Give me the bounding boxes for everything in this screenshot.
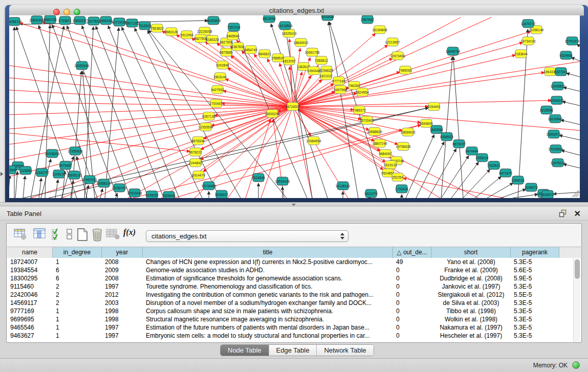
- cell-name[interactable]: 9463627: [7, 332, 53, 340]
- memory-ok-indicator[interactable]: [572, 361, 580, 369]
- cell-name[interactable]: 22420046: [7, 291, 53, 299]
- table-settings-icon[interactable]: [14, 228, 27, 240]
- cell-out-de-[interactable]: 49: [393, 258, 431, 266]
- cell-in-degree[interactable]: 6: [53, 266, 102, 274]
- cell-out-de-[interactable]: 0: [393, 315, 431, 323]
- cell-name[interactable]: 18300295: [7, 274, 53, 282]
- cell-short[interactable]: Yano et al. (2008): [431, 258, 511, 266]
- select-all-check-icon[interactable]: [51, 228, 62, 241]
- delete-table-icon[interactable]: [91, 228, 103, 242]
- cell-name[interactable]: 14569117: [7, 299, 53, 307]
- network-canvas[interactable]: 1872400722226058882750881863289827508946…: [0, 0, 588, 204]
- cell-title[interactable]: Investigating the contribution of common…: [143, 291, 393, 299]
- cell-in-degree[interactable]: 1: [53, 323, 102, 332]
- cell-in-degree[interactable]: 2: [53, 299, 102, 307]
- cell-year[interactable]: 1997: [102, 282, 143, 291]
- table-row[interactable]: 911546021997Tourette syndrome. Phenomeno…: [7, 282, 581, 291]
- cell-year[interactable]: 1998: [102, 307, 143, 315]
- table-row[interactable]: 1938455462009Genome-wide association stu…: [7, 266, 581, 274]
- cell-title[interactable]: Disruption of a novel member of a sodium…: [143, 299, 393, 307]
- cell-short[interactable]: Wolkin et al. (1998): [431, 315, 511, 323]
- select-columns-icon[interactable]: [33, 228, 47, 240]
- cell-short[interactable]: Jankovic et al. (1997): [431, 282, 511, 291]
- tab-network-table[interactable]: Network Table: [317, 345, 373, 356]
- column-header-in-degree[interactable]: in_degree: [53, 247, 102, 258]
- cell-in-degree[interactable]: 2: [53, 291, 102, 299]
- cell-in-degree[interactable]: 1: [53, 258, 102, 266]
- column-header-year[interactable]: year: [102, 247, 143, 258]
- cell-out-de-[interactable]: 0: [393, 282, 431, 291]
- cell-title[interactable]: Corpus callosum shape and size in male p…: [143, 307, 393, 315]
- cell-year[interactable]: 1997: [102, 323, 143, 332]
- cell-short[interactable]: Nakamura et al. (1997): [431, 323, 511, 332]
- float-panel-icon[interactable]: [559, 209, 568, 218]
- cell-name[interactable]: 9115460: [7, 282, 53, 291]
- cell-pagerank[interactable]: 5.3E-5: [511, 315, 559, 323]
- column-header-title[interactable]: title: [143, 247, 393, 258]
- scrollbar-thumb[interactable]: [575, 259, 580, 279]
- cell-short[interactable]: Dudbridge et al. (2008): [431, 274, 511, 282]
- table-row[interactable]: 977716911998Corpus callosum shape and si…: [7, 307, 581, 315]
- cell-year[interactable]: 2003: [102, 299, 143, 307]
- new-table-icon[interactable]: [76, 228, 89, 242]
- table-row[interactable]: 1872400712008Changes of HCN gene express…: [7, 258, 581, 266]
- left-panel-collapse-arrow[interactable]: [1, 172, 3, 176]
- cell-out-de-[interactable]: 0: [393, 323, 431, 332]
- row-height-icon[interactable]: [66, 228, 73, 241]
- cell-in-degree[interactable]: 6: [53, 274, 102, 282]
- cell-name[interactable]: 9699695: [7, 315, 53, 323]
- cell-pagerank[interactable]: 5.5E-5: [511, 291, 559, 299]
- cell-out-de-[interactable]: 0: [393, 299, 431, 307]
- column-header-pagerank[interactable]: pagerank: [511, 247, 559, 258]
- cell-title[interactable]: Tourette syndrome. Phenomenology and cla…: [143, 282, 393, 291]
- table-row[interactable]: 1830029562008Estimation of significance …: [7, 274, 581, 282]
- cell-short[interactable]: de Silva et al. (2003): [431, 299, 511, 307]
- column-header-short[interactable]: short: [431, 247, 511, 258]
- cell-name[interactable]: 19384554: [7, 266, 53, 274]
- cell-in-degree[interactable]: 1: [53, 315, 102, 323]
- cell-pagerank[interactable]: 5.9E-5: [511, 274, 559, 282]
- cell-in-degree[interactable]: 2: [53, 282, 102, 291]
- cell-name[interactable]: 9465546: [7, 323, 53, 332]
- cell-year[interactable]: 1997: [102, 332, 143, 340]
- cell-pagerank[interactable]: 5.3E-5: [511, 258, 559, 266]
- cell-out-de-[interactable]: 0: [393, 332, 431, 340]
- cell-short[interactable]: Tibbo et al. (1998): [431, 307, 511, 315]
- cell-pagerank[interactable]: 5.3E-5: [511, 323, 559, 332]
- cell-in-degree[interactable]: 1: [53, 332, 102, 340]
- cell-short[interactable]: Stergiakouli et al. (2012): [431, 291, 511, 299]
- cell-name[interactable]: 18724007: [7, 258, 53, 266]
- cell-out-de-[interactable]: 0: [393, 266, 431, 274]
- cell-out-de-[interactable]: 0: [393, 307, 431, 315]
- cell-name[interactable]: 9777169: [7, 307, 53, 315]
- cell-pagerank[interactable]: 5.6E-5: [511, 266, 559, 274]
- cell-out-de-[interactable]: 0: [393, 274, 431, 282]
- cell-year[interactable]: 2008: [102, 258, 143, 266]
- table-row[interactable]: 2242004622012Investigating the contribut…: [7, 291, 581, 299]
- function-builder-icon[interactable]: f(x): [123, 228, 136, 237]
- horizontal-splitter[interactable]: [0, 202, 588, 207]
- table-row[interactable]: 1456911722003Disruption of a novel membe…: [7, 299, 581, 307]
- cell-pagerank[interactable]: 5.3E-5: [511, 299, 559, 307]
- cell-title[interactable]: Estimation of the future numbers of pati…: [143, 323, 393, 332]
- cell-year[interactable]: 2008: [102, 274, 143, 282]
- cell-year[interactable]: 2012: [102, 291, 143, 299]
- table-row[interactable]: 969969511998Structural magnetic resonanc…: [7, 315, 581, 323]
- cell-year[interactable]: 1998: [102, 315, 143, 323]
- tab-node-table[interactable]: Node Table: [221, 345, 269, 356]
- table-row[interactable]: 946362711997Embryonic stem cells: a mode…: [7, 332, 581, 340]
- cell-in-degree[interactable]: 1: [53, 307, 102, 315]
- cell-year[interactable]: 2009: [102, 266, 143, 274]
- tab-edge-table[interactable]: Edge Table: [269, 345, 317, 356]
- cell-short[interactable]: Hescheler et al. (1997): [431, 332, 511, 340]
- cell-title[interactable]: Estimation of significance thresholds fo…: [143, 274, 393, 282]
- vertical-scrollbar[interactable]: [573, 258, 580, 342]
- cell-title[interactable]: Changes of HCN gene expression and I(f) …: [143, 258, 393, 266]
- column-header-out-de-[interactable]: △ out_de...: [393, 247, 431, 258]
- cell-pagerank[interactable]: 5.3E-5: [511, 282, 559, 291]
- cell-title[interactable]: Embryonic stem cells: a model to study s…: [143, 332, 393, 340]
- cell-out-de-[interactable]: 0: [393, 291, 431, 299]
- cell-title[interactable]: Structural magnetic resonance image aver…: [143, 315, 393, 323]
- close-icon[interactable]: ✕: [574, 209, 581, 218]
- table-row[interactable]: 946554611997Estimation of the future num…: [7, 323, 581, 332]
